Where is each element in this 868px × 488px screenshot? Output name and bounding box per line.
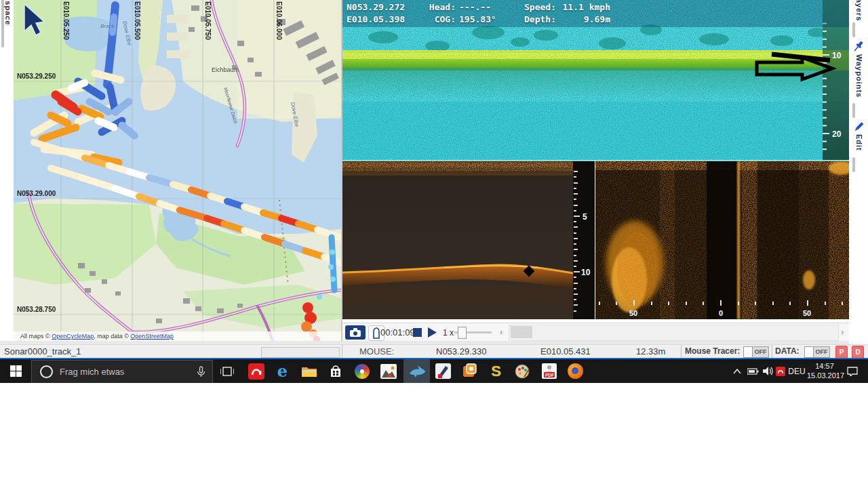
play-button[interactable]: [425, 325, 439, 340]
data-label: DATA:: [775, 346, 800, 356]
data-toggle[interactable]: OFF: [804, 346, 830, 358]
tab-layers[interactable]: Layers: [855, 0, 863, 21]
taskbar-app-map-tool[interactable]: [430, 359, 456, 383]
opencyclemap-link[interactable]: OpenCycleMap: [52, 333, 94, 340]
lat-label: N053.29.250: [17, 73, 56, 80]
openstreetmap-link[interactable]: OpenStreetMap: [130, 333, 174, 340]
p-button[interactable]: P: [835, 346, 848, 359]
clock-date: 15.03.2017: [807, 371, 842, 380]
image-viewer-icon: [380, 364, 397, 379]
echogram-panel[interactable]: 10 20 N053.29.272 Head: ---.-- Speed: 11…: [342, 0, 849, 160]
nav-depth-label: Depth:: [517, 14, 556, 24]
toggle-knob: [744, 347, 753, 357]
waypoints-grip[interactable]: [852, 103, 855, 118]
battery-icon: [747, 368, 759, 375]
sidescan-range-center: 0: [719, 309, 723, 317]
tray-battery[interactable]: [745, 359, 761, 383]
nav-speed-label: Speed:: [517, 2, 556, 12]
subbottom-sonar-panel[interactable]: 5 10: [342, 161, 595, 319]
nav-head-label: Head:: [412, 2, 456, 12]
task-view-icon: [220, 366, 234, 377]
map-panel[interactable]: E010.05.250 E010.05.500 E010.05.750 E010…: [14, 0, 341, 341]
layers-grip[interactable]: [852, 22, 855, 37]
status-divider: [772, 345, 772, 359]
snapshot-button[interactable]: [345, 325, 366, 340]
toggle-state: OFF: [753, 347, 768, 357]
taskbar: Frag mich etwas e: [0, 359, 868, 383]
notification-icon: [847, 367, 858, 376]
taskbar-app-sonar-active[interactable]: [403, 359, 430, 383]
taskbar-app-antivirus[interactable]: [243, 359, 269, 383]
left-tab-strip: Workspace: [0, 0, 14, 344]
paint-palette-icon: [515, 363, 530, 379]
pencil-icon: [853, 121, 864, 133]
tab-edit[interactable]: Edit: [855, 134, 863, 151]
nav-head-value: ---.--: [459, 2, 500, 12]
lat-label: N053.28.750: [17, 306, 56, 313]
nav-cog-value: 195.83°: [459, 14, 500, 24]
taskbar-app-image-viewer[interactable]: [375, 359, 401, 383]
status-bar: Sonar0000_track_1 MOUSE: N053.29.330 E01…: [0, 344, 868, 359]
mouse-tracer-toggle[interactable]: OFF: [743, 346, 769, 358]
nav-lon: E010.05.398: [347, 14, 405, 24]
map-place-label: Eichbaum: [212, 66, 239, 73]
scroll-right-chevron[interactable]: ›: [841, 327, 844, 337]
tray-clock[interactable]: 14:57 15.03.2017: [807, 361, 842, 380]
tab-workspace[interactable]: Workspace: [4, 0, 12, 26]
taskbar-app-firefox[interactable]: [562, 359, 589, 383]
antivirus-tray-icon: [776, 367, 785, 376]
taskbar-app-store[interactable]: [322, 359, 349, 383]
start-button[interactable]: [0, 359, 31, 383]
tab-waypoints[interactable]: Waypoints: [855, 54, 863, 98]
edge-icon: e: [277, 361, 288, 381]
tray-language[interactable]: DEU: [787, 359, 807, 383]
d-button[interactable]: D: [852, 346, 864, 359]
taskbar-app-paint[interactable]: [509, 359, 536, 383]
playback-toolbar: 00:01:09 1 x ‹ ›: [342, 323, 849, 342]
stop-button[interactable]: [410, 325, 424, 340]
play-icon: [427, 327, 437, 338]
microphone-icon[interactable]: [197, 366, 205, 378]
echogram-depth-20: 20: [832, 129, 842, 139]
screen: Workspace: [0, 0, 868, 488]
empty-desktop-area: [0, 383, 868, 488]
edit-grip[interactable]: [852, 157, 855, 172]
taskbar-app-photo-manager[interactable]: [349, 359, 375, 383]
taskbar-app-pdf[interactable]: PDF: [536, 359, 562, 383]
map-attribution: All maps © OpenCycleMap, map data © Open…: [14, 331, 341, 341]
windows-logo-icon: [10, 365, 22, 377]
taskbar-app-edge[interactable]: e: [269, 359, 296, 383]
taskbar-app-file-explorer[interactable]: [296, 359, 322, 383]
s-app-icon: S: [491, 363, 501, 380]
task-view-button[interactable]: [214, 359, 240, 383]
firefox-icon: [568, 363, 583, 379]
speed-slider-thumb[interactable]: [458, 327, 467, 339]
tray-expand-chevron[interactable]: [729, 359, 745, 383]
lon-label: E010.05.500: [134, 1, 141, 40]
lon-label: E010.06.000: [275, 1, 283, 40]
sidescan-panel[interactable]: 50 0 50: [595, 161, 849, 319]
right-tab-strip: Layers Waypoints Edit: [849, 0, 868, 344]
lon-label: E010.05.250: [62, 1, 70, 40]
pushpin-icon: [853, 39, 864, 53]
mouse-lon: E010.05.431: [540, 346, 591, 357]
taskbar-app-utility-orange[interactable]: [456, 359, 483, 383]
timeline-scrollbar-thumb[interactable]: [511, 326, 532, 338]
taskbar-search[interactable]: Frag mich etwas: [31, 360, 213, 384]
status-divider: [681, 345, 682, 359]
folder-icon: [301, 365, 317, 378]
map-place-label: Brack: [100, 23, 114, 29]
playback-speed: 1 x: [443, 328, 454, 338]
subbottom-depth-5: 5: [583, 212, 587, 222]
action-center-button[interactable]: [842, 359, 863, 383]
camera-icon: [349, 328, 361, 337]
photo-manager-icon: [355, 364, 370, 379]
map-tool-icon: [435, 363, 451, 379]
scroll-left-chevron[interactable]: ‹: [500, 327, 502, 337]
timeline-scrollbar[interactable]: [509, 325, 839, 341]
sidescan-range-right: 50: [803, 309, 811, 317]
tray-antivirus[interactable]: [773, 359, 788, 383]
sidescan-range-left: 50: [629, 309, 637, 317]
taskbar-app-s[interactable]: S: [483, 359, 509, 383]
nav-depth-value: 9.69m: [559, 14, 610, 24]
